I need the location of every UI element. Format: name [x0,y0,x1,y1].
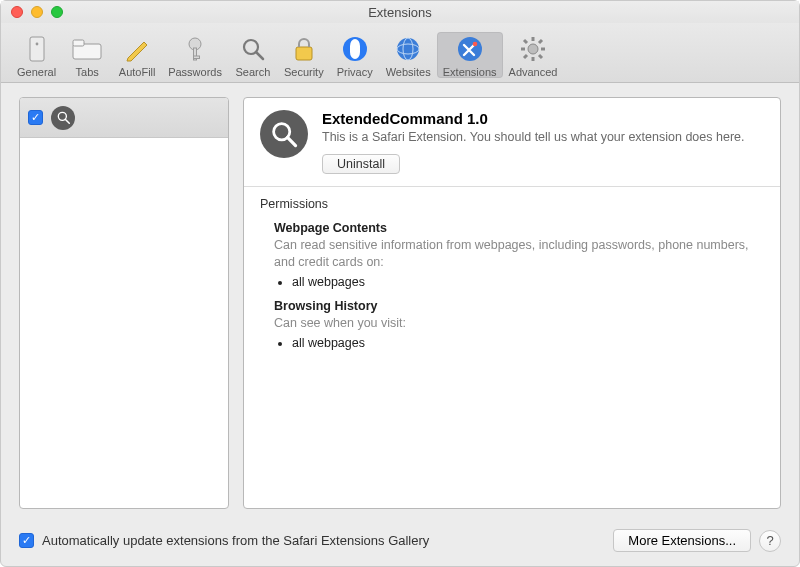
svg-line-22 [539,55,542,58]
tab-general[interactable]: General [11,32,62,78]
extension-item-icon [51,106,75,130]
auto-update-label: Automatically update extensions from the… [42,533,429,548]
permission-list-item: all webpages [292,336,764,350]
search-icon [238,34,268,64]
permissions-section: Permissions Webpage Contents Can read se… [244,187,780,376]
privacy-icon [340,34,370,64]
tab-tabs[interactable]: Tabs [62,32,112,78]
extension-list-item[interactable] [20,98,228,138]
more-extensions-button[interactable]: More Extensions... [613,529,751,552]
tab-label: General [17,66,56,78]
tab-privacy[interactable]: Privacy [330,32,380,78]
tab-label: Websites [386,66,431,78]
svg-line-28 [287,137,295,145]
extension-description: This is a Safari Extension. You should t… [322,129,744,146]
websites-icon [393,34,423,64]
svg-point-15 [472,42,477,47]
tab-passwords[interactable]: Passwords [162,32,228,78]
extension-header: ExtendedCommand 1.0 This is a Safari Ext… [244,98,780,187]
svg-point-11 [397,38,419,60]
extension-detail-panel: ExtendedCommand 1.0 This is a Safari Ext… [243,97,781,509]
permission-list: all webpages [292,275,764,289]
extension-header-text: ExtendedCommand 1.0 This is a Safari Ext… [322,110,744,174]
svg-rect-0 [30,37,44,61]
preferences-toolbar: General Tabs AutoFill Passwords Search [1,23,799,83]
svg-rect-9 [296,47,312,60]
passwords-icon [180,34,210,64]
svg-rect-6 [194,56,200,59]
footer-bar: Automatically update extensions from the… [1,521,799,566]
tab-label: Privacy [337,66,373,78]
svg-line-23 [524,55,527,58]
permissions-heading: Permissions [260,197,764,211]
permission-subtext: Can see when you visit: [274,315,764,332]
svg-point-16 [528,44,538,54]
window-title: Extensions [1,5,799,20]
auto-update-checkbox[interactable] [19,533,34,548]
extensions-icon [455,34,485,64]
preferences-window: Extensions General Tabs AutoFill Pa [0,0,800,567]
tab-label: Passwords [168,66,222,78]
permission-heading: Webpage Contents [274,221,764,235]
tab-autofill[interactable]: AutoFill [112,32,162,78]
tab-label: Advanced [509,66,558,78]
permission-list-item: all webpages [292,275,764,289]
svg-line-26 [65,119,69,123]
tab-label: Security [284,66,324,78]
extension-enabled-checkbox[interactable] [28,110,43,125]
autofill-icon [122,34,152,64]
svg-line-21 [524,40,527,43]
general-icon [22,34,52,64]
permission-block: Browsing History Can see when you visit:… [274,299,764,350]
tab-label: Tabs [76,66,99,78]
uninstall-button[interactable]: Uninstall [322,154,400,174]
extensions-sidebar [19,97,229,509]
content-area: ExtendedCommand 1.0 This is a Safari Ext… [1,83,799,521]
extension-icon [260,110,308,158]
help-button[interactable]: ? [759,530,781,552]
tab-label: Search [236,66,271,78]
tab-search[interactable]: Search [228,32,278,78]
tab-advanced[interactable]: Advanced [503,32,564,78]
svg-point-1 [35,43,38,46]
permission-block: Webpage Contents Can read sensitive info… [274,221,764,289]
permission-subtext: Can read sensitive information from webp… [274,237,764,271]
svg-rect-3 [73,40,84,46]
tab-security[interactable]: Security [278,32,330,78]
svg-line-24 [539,40,542,43]
titlebar: Extensions [1,1,799,23]
tab-label: AutoFill [119,66,156,78]
advanced-icon [518,34,548,64]
security-icon [289,34,319,64]
permission-list: all webpages [292,336,764,350]
tab-label: Extensions [443,66,497,78]
permission-heading: Browsing History [274,299,764,313]
tab-extensions[interactable]: Extensions [437,32,503,78]
tab-websites[interactable]: Websites [380,32,437,78]
tabs-icon [72,34,102,64]
svg-line-8 [256,52,263,59]
extension-title: ExtendedCommand 1.0 [322,110,744,127]
